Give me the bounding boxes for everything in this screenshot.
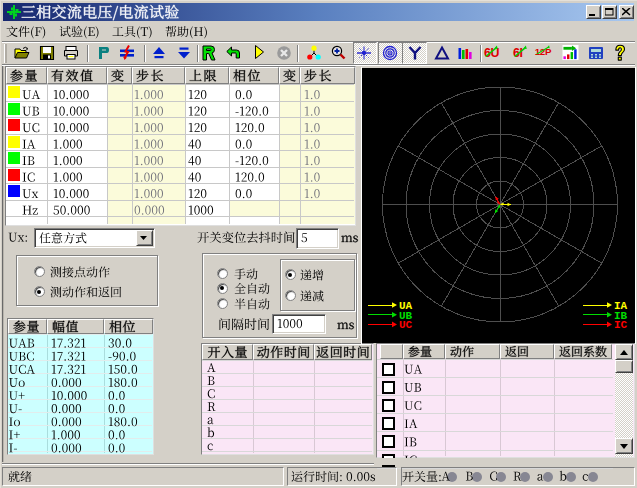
svg-text:IC: IC — [614, 319, 628, 331]
svg-text:UC: UC — [399, 319, 413, 331]
